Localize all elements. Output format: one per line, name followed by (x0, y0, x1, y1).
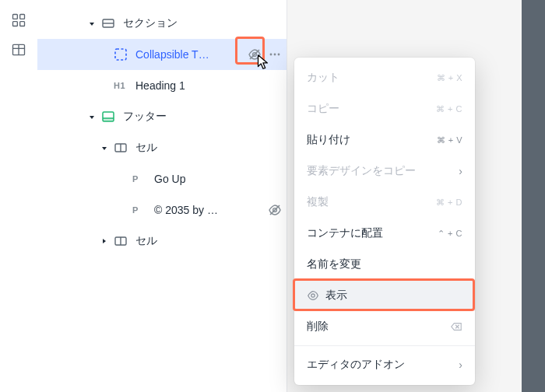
menu-item[interactable]: エディタのアドオン› (294, 349, 475, 380)
tree-row[interactable]: Collapsible T… (37, 39, 287, 70)
eye-icon (307, 289, 319, 302)
chevron-right-icon: › (459, 359, 462, 371)
menu-item-label: エディタのアドオン (307, 358, 405, 372)
menu-item-label: 削除 (307, 320, 329, 334)
arrow-spacer (118, 205, 128, 215)
tree-row[interactable]: PGo Up (37, 163, 287, 194)
tree-row-label: Collapsible T… (135, 48, 209, 61)
keyboard-shortcut: ⌘ + C (436, 104, 462, 114)
chevron-down-icon[interactable] (87, 112, 97, 121)
menu-item: コピー⌘ + C (294, 93, 475, 124)
tree-row-label: セル (135, 141, 157, 155)
menu-item-label: コンテナに配置 (307, 226, 383, 240)
menu-item-label: 要素デザインをコピー (307, 164, 416, 178)
tree-row[interactable]: セクション (37, 8, 287, 39)
svg-rect-1 (20, 15, 25, 19)
container-blue-icon (114, 47, 128, 61)
menu-item[interactable]: 名前を変更 (294, 249, 475, 280)
row-actions (268, 194, 287, 226)
menu-item: 要素デザインをコピー› (294, 156, 475, 187)
menu-item[interactable]: 削除 (294, 311, 475, 342)
menu-item-label: 表示 (325, 289, 347, 303)
menu-item-label: コピー (307, 102, 339, 116)
tree-row-label: Go Up (154, 173, 185, 185)
menu-separator (294, 345, 475, 346)
tree-row-label: セル (135, 234, 157, 248)
keyboard-shortcut: ⌘ + D (436, 198, 462, 208)
tree-row[interactable]: H1Heading 1 (37, 70, 287, 101)
element-type-badge: P (132, 174, 149, 184)
menu-item-label: 複製 (307, 195, 329, 209)
backspace-icon (450, 320, 462, 333)
tree-row[interactable]: セル (37, 132, 287, 163)
tree-row-label: フッター (123, 110, 167, 124)
tree-row-label: © 2035 by … (154, 204, 218, 216)
chevron-down-icon[interactable] (87, 19, 97, 28)
arrow-spacer (118, 174, 128, 184)
menu-item: 複製⌘ + D (294, 187, 475, 218)
hidden-icon[interactable] (268, 203, 282, 217)
svg-rect-0 (13, 15, 18, 19)
menu-item-label: カット (307, 71, 339, 85)
tree-row-label: セクション (123, 16, 178, 30)
menu-item[interactable]: 貼り付け⌘ + V (294, 124, 475, 156)
chevron-right-icon: › (459, 165, 462, 177)
chevron-right-icon[interactable] (100, 236, 109, 246)
hidden-icon[interactable] (248, 47, 262, 61)
tree-row[interactable]: フッター (37, 101, 287, 132)
menu-item-label: 貼り付け (307, 133, 350, 147)
tree-row-label: Heading 1 (135, 79, 185, 92)
arrow-spacer (100, 50, 109, 59)
section-dark-icon (101, 16, 115, 30)
layout-grid-icon[interactable] (11, 12, 26, 28)
arrow-spacer (100, 81, 109, 90)
cell-dark-icon (114, 234, 128, 248)
tree-row[interactable]: セル (37, 226, 287, 257)
cell-dark-icon (114, 141, 128, 155)
context-menu: カット⌘ + Xコピー⌘ + C貼り付け⌘ + V要素デザインをコピー›複製⌘ … (294, 58, 475, 385)
layers-tree: セクションCollapsible T…H1Heading 1フッターセルPGo … (37, 0, 287, 392)
keyboard-shortcut: ⌃ + C (438, 229, 462, 239)
svg-rect-3 (20, 22, 25, 26)
menu-item[interactable]: 表示 (294, 280, 475, 311)
tree-row[interactable]: P© 2035 by … (37, 194, 287, 226)
menu-item-label: 名前を変更 (307, 257, 361, 271)
svg-rect-2 (13, 22, 18, 26)
footer-green-icon (101, 110, 115, 124)
menu-item[interactable]: コンテナに配置⌃ + C (294, 218, 475, 249)
row-actions (248, 39, 287, 70)
menu-item: カット⌘ + X (294, 62, 475, 93)
table-icon[interactable] (11, 42, 26, 58)
left-rail (0, 0, 37, 392)
chevron-down-icon[interactable] (100, 143, 109, 152)
more-icon[interactable] (268, 47, 282, 61)
keyboard-shortcut: ⌘ + X (437, 73, 462, 83)
element-type-badge: H1 (114, 81, 131, 90)
element-type-badge: P (132, 205, 149, 215)
keyboard-shortcut: ⌘ + V (437, 135, 462, 145)
